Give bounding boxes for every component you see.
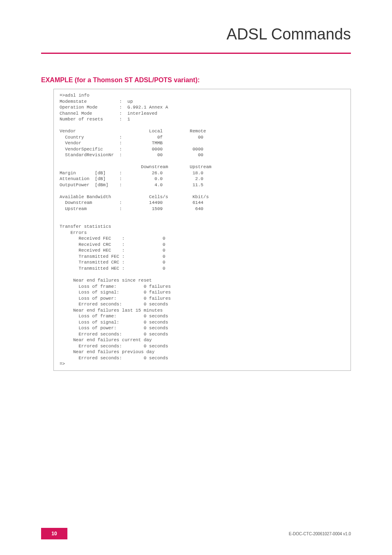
chapter-title: ADSL Commands (226, 25, 351, 43)
doc-id: E-DOC-CTC-20061027-0004 v1.0 (289, 532, 351, 536)
header-rule (41, 53, 351, 54)
code-output-box: =>adsl info Modemstate : up Operation Mo… (53, 89, 351, 371)
example-heading: EXAMPLE (for a Thomson ST ADSL/POTS vari… (41, 76, 200, 84)
page-number-tab: 10 (41, 528, 67, 539)
